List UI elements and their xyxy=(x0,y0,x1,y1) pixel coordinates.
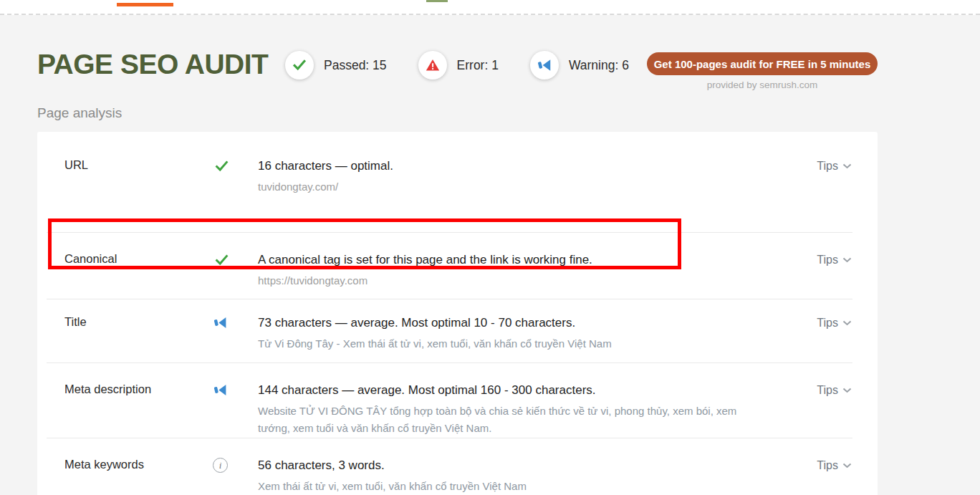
check-icon xyxy=(213,158,258,174)
stat-warning: Warning: 6 xyxy=(530,51,629,80)
megaphone-icon xyxy=(213,383,258,398)
info-icon: i xyxy=(213,458,258,473)
audit-row-title: Title 73 characters — average. Most opti… xyxy=(37,299,878,363)
tips-label: Tips xyxy=(817,459,838,472)
provided-by-text: provided by semrush.com xyxy=(647,80,878,90)
check-icon xyxy=(213,252,258,268)
row-result-text: A canonical tag is set for this page and… xyxy=(258,252,759,267)
row-result-text: 144 characters — average. Most optimal 1… xyxy=(258,383,759,398)
tips-label: Tips xyxy=(817,254,838,266)
row-content: 73 characters — average. Most optimal 10… xyxy=(258,315,759,352)
top-green-fragment xyxy=(426,0,448,2)
row-label: Title xyxy=(64,315,213,329)
row-label: URL xyxy=(64,158,213,172)
row-result-text: 56 characters, 3 words. xyxy=(258,458,759,473)
tips-dropdown[interactable]: Tips xyxy=(817,317,852,330)
megaphone-icon xyxy=(213,315,258,330)
tips-dropdown[interactable]: Tips xyxy=(817,459,852,472)
row-value-text: Website TỬ VI ĐÔNG TÂY tổng hợp toàn bộ … xyxy=(258,403,759,436)
audit-row-canonical: Canonical A canonical tag is set for thi… xyxy=(37,233,878,299)
section-title: Page analysis xyxy=(37,105,122,121)
chevron-down-icon xyxy=(842,388,852,393)
warning-triangle-icon xyxy=(418,51,447,80)
page-analysis-card: URL 16 characters — optimal. tuvidongtay… xyxy=(37,132,878,495)
row-result-text: 73 characters — average. Most optimal 10… xyxy=(258,315,759,330)
audit-row-url: URL 16 characters — optimal. tuvidongtay… xyxy=(37,132,878,233)
browser-tab-strip xyxy=(0,0,980,15)
stat-warning-label: Warning: 6 xyxy=(569,58,629,73)
row-value-text: Tử Vi Đông Tây - Xem thái ất tử vi, xem … xyxy=(258,335,759,352)
tips-label: Tips xyxy=(817,317,838,330)
audit-row-meta-keywords: Meta keywords i 56 characters, 3 words. … xyxy=(37,438,878,495)
stat-error-label: Error: 1 xyxy=(457,58,499,73)
audit-row-meta-description: Meta description 144 characters — averag… xyxy=(37,363,878,438)
tips-dropdown[interactable]: Tips xyxy=(817,254,852,266)
row-value-text: Xem thái ất tử vi, xem tuổi, văn khấn cổ… xyxy=(258,478,759,494)
get-audit-button[interactable]: Get 100-pages audit for FREE in 5 minute… xyxy=(647,52,878,75)
chevron-down-icon xyxy=(842,320,852,326)
row-content: 144 characters — average. Most optimal 1… xyxy=(258,383,759,436)
chevron-down-icon xyxy=(842,463,852,468)
row-value-text: https://tuvidongtay.com xyxy=(258,272,759,289)
row-value-text: tuvidongtay.com/ xyxy=(258,178,759,195)
row-content: 16 characters — optimal. tuvidongtay.com… xyxy=(258,158,759,196)
stat-passed: Passed: 15 xyxy=(285,51,387,80)
tips-label: Tips xyxy=(817,384,838,397)
stat-error: Error: 1 xyxy=(418,51,499,80)
row-content: A canonical tag is set for this page and… xyxy=(258,252,759,289)
chevron-down-icon xyxy=(842,257,852,263)
row-label: Meta description xyxy=(64,383,213,396)
megaphone-icon xyxy=(530,51,559,80)
row-content: 56 characters, 3 words. Xem thái ất tử v… xyxy=(258,458,759,495)
chevron-down-icon xyxy=(842,163,852,169)
row-label: Canonical xyxy=(64,252,213,266)
row-label: Meta keywords xyxy=(64,458,213,471)
stat-passed-label: Passed: 15 xyxy=(324,58,387,73)
row-result-text: 16 characters — optimal. xyxy=(258,158,759,173)
tips-label: Tips xyxy=(817,160,838,173)
audit-stats: Passed: 15 Error: 1 Warning: 6 xyxy=(285,51,629,80)
page-title: PAGE SEO AUDIT xyxy=(37,49,268,80)
tips-dropdown[interactable]: Tips xyxy=(817,160,852,173)
active-tab-indicator xyxy=(117,3,173,6)
tips-dropdown[interactable]: Tips xyxy=(817,384,852,397)
check-icon xyxy=(285,51,314,80)
